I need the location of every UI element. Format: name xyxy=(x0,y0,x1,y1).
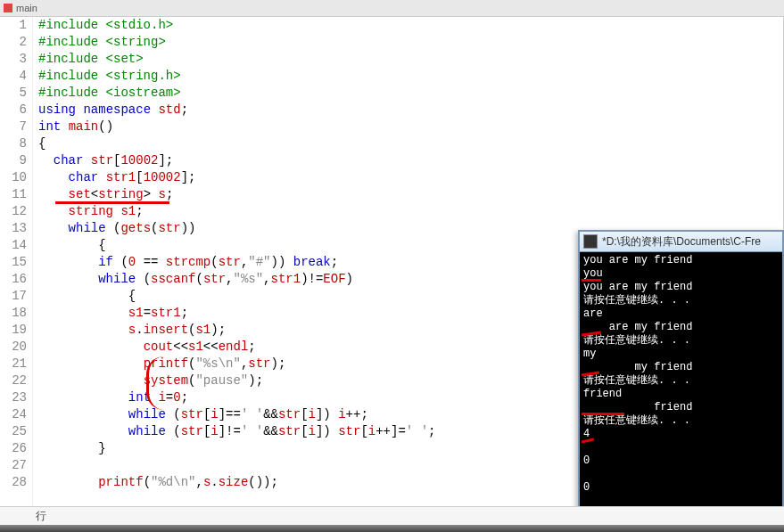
line-number: 4 xyxy=(0,68,27,85)
line-number: 19 xyxy=(0,322,27,339)
line-number: 10 xyxy=(0,169,27,186)
line-number: 11 xyxy=(0,186,27,203)
code-line[interactable]: char str[10002]; xyxy=(38,152,783,169)
line-number: 24 xyxy=(0,406,27,423)
console-line: you are my friend xyxy=(583,281,779,294)
file-icon xyxy=(4,4,12,12)
line-number: 9 xyxy=(0,152,27,169)
line-number: 22 xyxy=(0,372,27,389)
console-output: you are my friendyouyou are my friend请按任… xyxy=(580,252,782,523)
line-number: 2 xyxy=(0,34,27,51)
line-number: 1 xyxy=(0,17,27,34)
console-line: 请按任意键继续. . . xyxy=(583,294,779,307)
console-line: you xyxy=(583,267,779,281)
code-line[interactable]: int main() xyxy=(38,119,783,135)
console-icon xyxy=(583,234,598,249)
line-number: 15 xyxy=(0,254,27,271)
console-window[interactable]: *D:\我的资料库\Documents\C-Fre you are my fri… xyxy=(578,230,784,528)
console-line: are xyxy=(583,307,779,321)
console-line: my xyxy=(583,348,779,361)
tab-bar: main xyxy=(0,0,784,17)
code-line[interactable]: #include <set> xyxy=(38,51,783,68)
line-number: 20 xyxy=(0,339,27,356)
line-number: 18 xyxy=(0,305,27,322)
code-line[interactable]: using namespace std; xyxy=(38,102,783,119)
console-titlebar[interactable]: *D:\我的资料库\Documents\C-Fre xyxy=(580,232,782,252)
line-number: 28 xyxy=(0,474,27,491)
line-number-gutter: 1234567891011121314151617181920212223242… xyxy=(0,17,33,507)
console-line: are my friend xyxy=(583,321,779,334)
console-line: 请按任意键继续. . . xyxy=(583,414,779,428)
line-number: 17 xyxy=(0,288,27,305)
console-line: my friend xyxy=(583,361,779,374)
console-line: you are my friend xyxy=(583,254,779,267)
console-line: friend xyxy=(583,388,779,401)
code-line[interactable]: string s1; xyxy=(38,203,783,220)
console-line: 0 xyxy=(583,454,779,468)
console-line: friend xyxy=(583,401,779,414)
tab-title[interactable]: main xyxy=(16,3,37,13)
line-number: 26 xyxy=(0,440,27,457)
console-title-text: *D:\我的资料库\Documents\C-Fre xyxy=(602,234,761,250)
line-number: 5 xyxy=(0,85,27,102)
console-line: 请按任意键继续. . . xyxy=(583,334,779,348)
line-number: 23 xyxy=(0,389,27,406)
line-number: 13 xyxy=(0,220,27,237)
code-line[interactable]: set<string> s; xyxy=(38,186,783,203)
status-bar: 行 xyxy=(0,506,784,525)
line-number: 16 xyxy=(0,271,27,288)
line-number: 21 xyxy=(0,356,27,372)
console-line: 请按任意键继续. . . xyxy=(583,374,779,388)
console-line xyxy=(583,441,779,454)
line-number: 7 xyxy=(0,119,27,135)
console-line: 4 xyxy=(583,428,779,441)
code-line[interactable]: #include <string.h> xyxy=(38,68,783,85)
console-line xyxy=(583,468,779,481)
line-number: 25 xyxy=(0,423,27,440)
line-number: 3 xyxy=(0,51,27,68)
status-text: 行 xyxy=(36,510,46,522)
code-line[interactable]: char str1[10002]; xyxy=(38,169,783,186)
bottom-strip xyxy=(0,525,784,532)
console-line: 0 xyxy=(583,481,779,495)
line-number: 8 xyxy=(0,135,27,152)
code-line[interactable]: { xyxy=(38,135,783,152)
code-line[interactable]: #include <stdio.h> xyxy=(38,17,783,34)
code-line[interactable]: #include <iostream> xyxy=(38,85,783,102)
line-number: 6 xyxy=(0,102,27,119)
code-line[interactable]: #include <string> xyxy=(38,34,783,51)
line-number: 14 xyxy=(0,237,27,254)
line-number: 27 xyxy=(0,457,27,474)
line-number: 12 xyxy=(0,203,27,220)
